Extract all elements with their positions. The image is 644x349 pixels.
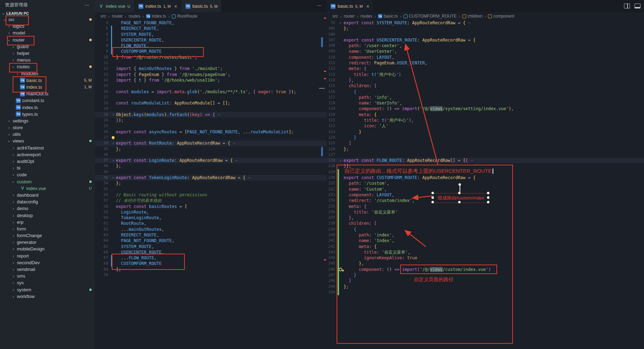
tree-item-auditOpt[interactable]: ›auditOpt: [0, 158, 95, 165]
code-token: import: [116, 78, 131, 83]
tree-item-mobileDesign[interactable]: ›mobileDesign: [0, 246, 95, 252]
tree-item-workflow[interactable]: ›workflow: [0, 293, 95, 300]
git-status-dot: [89, 180, 92, 183]
resize-handle[interactable]: [431, 192, 434, 194]
tree-item-basic.ts[interactable]: TSbasic.ts5, M: [0, 77, 95, 84]
more-horizontal-icon[interactable]: ⋯: [85, 2, 90, 8]
rotate-handle[interactable]: [458, 183, 461, 186]
tree-item-mainOut.ts[interactable]: TSmainOut.ts: [0, 90, 95, 97]
resize-handle[interactable]: [487, 192, 489, 194]
explorer-section-header[interactable]: › LEARUN PC: [0, 10, 95, 17]
breadcrumb-item-src[interactable]: src: [100, 14, 106, 19]
quickfix-key-icon[interactable]: [337, 267, 344, 272]
tree-item-actHiTaskinst[interactable]: ›actHiTaskinst: [0, 145, 95, 151]
fold-chevron-icon[interactable]: ›: [110, 140, 116, 146]
breadcrumb-item-router[interactable]: router: [344, 14, 354, 19]
gutter-glyph: [110, 209, 116, 215]
breadcrumb-item-routes[interactable]: routes: [360, 14, 372, 19]
breadcrumb-item-basic.ts[interactable]: TSbasic.ts: [378, 14, 398, 19]
breadcrumb-item-RootRoute[interactable]: RootRoute: [172, 14, 197, 19]
tree-item-desktop[interactable]: ›desktop: [0, 212, 95, 218]
tree-item-code[interactable]: ›code: [0, 171, 95, 178]
tree-item-demo[interactable]: ›demo: [0, 205, 95, 212]
code-text: [116, 186, 327, 192]
tree-item-sendmail[interactable]: ›sendmail: [0, 266, 95, 273]
tree-item-sms[interactable]: ›sms: [0, 273, 95, 279]
close-icon[interactable]: ×: [366, 3, 369, 9]
code-text: component: LAYOUT,: [344, 192, 644, 198]
gutter-glyph: [110, 238, 116, 243]
gutter-glyph: [110, 123, 116, 129]
breadcrumb-item-src[interactable]: src: [332, 14, 338, 19]
tree-item-types.ts[interactable]: TStypes.ts: [0, 111, 95, 118]
tree-item-src[interactable]: ›src: [0, 16, 95, 23]
code-editor-basic-ts[interactable]: 76›export const SYSTEM_ROUTE: AppRouteRe…: [327, 20, 644, 349]
tree-item-index.vue[interactable]: Vindex.vueU: [0, 185, 95, 192]
tree-item-generator[interactable]: ›generator: [0, 239, 95, 246]
resize-handle[interactable]: [487, 201, 489, 203]
more-horizontal-icon[interactable]: ⋯: [317, 2, 322, 8]
tree-item-settings[interactable]: ›settings: [0, 118, 95, 124]
tree-item-index.ts[interactable]: TSindex.ts1, M: [0, 84, 95, 90]
resize-handle[interactable]: [458, 192, 461, 194]
fold-chevron-icon[interactable]: ›: [110, 175, 116, 180]
code-text: CUSTOMFORM_ROUTE: [116, 49, 327, 54]
tree-item-utils[interactable]: ›utils: [0, 131, 95, 138]
tree-item-system[interactable]: ›system: [0, 286, 95, 293]
gutter-glyph: [110, 261, 116, 266]
code-token: :: [402, 255, 407, 260]
fold-chevron-icon[interactable]: ›: [337, 158, 344, 163]
code-text: };: [116, 163, 327, 169]
tree-item-guard[interactable]: ›guard: [0, 43, 95, 50]
tree-item-router[interactable]: ›router: [0, 37, 95, 43]
layout-icon[interactable]: [635, 4, 640, 8]
tree-item-sys[interactable]: ›sys: [0, 279, 95, 286]
tree-item-formChange[interactable]: ›formChange: [0, 232, 95, 239]
lightbulb-icon[interactable]: [110, 135, 116, 140]
tree-item-erp[interactable]: ›erp: [0, 219, 95, 226]
tree-item-dataconfig[interactable]: ›dataconfig: [0, 198, 95, 205]
tree-item-helper[interactable]: ›helper: [0, 50, 95, 57]
breadcrumb-item-routes[interactable]: routes: [129, 14, 140, 19]
tab-index.ts[interactable]: TSindex.ts1, M×: [135, 0, 182, 12]
tree-item-views[interactable]: ›views: [0, 138, 95, 144]
tab-basic.ts[interactable]: TSbasic.ts5, M: [182, 0, 222, 12]
tree-item-form[interactable]: ›form: [0, 226, 95, 232]
tree-item-bi[interactable]: ›bi: [0, 165, 95, 171]
tree-item-modules[interactable]: ›modules: [0, 70, 95, 77]
code-editor-index-ts[interactable]: 4 PAGE_NOT_FOUND_ROUTE,5 REDIRECT_ROUTE,…: [95, 20, 327, 349]
resize-handle[interactable]: [431, 201, 434, 203]
code-text: name: 'Index',: [344, 238, 644, 243]
resize-handle[interactable]: [458, 201, 461, 203]
code-line-27: 27: [95, 135, 327, 140]
fold-chevron-icon[interactable]: ›: [110, 158, 116, 163]
tab-basic.ts[interactable]: TSbasic.ts5, M×: [327, 0, 373, 12]
fold-chevron-icon[interactable]: ›: [110, 112, 116, 118]
code-token: const: [134, 129, 147, 134]
split-editor-icon[interactable]: [624, 4, 630, 8]
resize-handle[interactable]: [431, 196, 434, 199]
tree-item-index.ts[interactable]: TSindex.ts: [0, 104, 95, 110]
tree-item-secondDev[interactable]: ›secondDev: [0, 259, 95, 266]
tree-item-logics[interactable]: ›logics: [0, 23, 95, 30]
tab-index.vue[interactable]: Vindex.vueU: [95, 0, 135, 12]
fold-chevron-icon[interactable]: ›: [337, 20, 344, 26]
tree-item-dashboard[interactable]: ›dashboard: [0, 192, 95, 198]
breadcrumb-item-index.ts[interactable]: TSindex.ts: [146, 14, 166, 19]
breadcrumb-item-CUSTOMFORM_ROUTE[interactable]: CUSTOMFORM_ROUTE: [404, 14, 457, 19]
resize-handle[interactable]: [487, 196, 489, 199]
tree-item-menus[interactable]: ›menus: [0, 57, 95, 63]
breadcrumb-item-children[interactable]: children: [462, 14, 482, 19]
code-text: export const FLOW_ROUTE: AppRouteRecordR…: [344, 158, 644, 163]
breadcrumb-item-router[interactable]: router: [112, 14, 123, 19]
tree-item-report[interactable]: ›report: [0, 253, 95, 259]
code-text: export const USERCENTER_ROUTE: AppRouteR…: [344, 37, 644, 43]
tree-item-store[interactable]: ›store: [0, 124, 95, 131]
breadcrumb-item-component[interactable]: component: [488, 14, 514, 19]
tree-item-routes[interactable]: ›routes: [0, 63, 95, 70]
tree-item-custom[interactable]: ›custom: [0, 178, 95, 185]
tree-item-activereport[interactable]: ›activereport: [0, 151, 95, 158]
tree-item-model[interactable]: ›model: [0, 30, 95, 36]
tree-item-constant.ts[interactable]: TSconstant.ts: [0, 97, 95, 104]
close-icon[interactable]: ×: [174, 3, 177, 9]
